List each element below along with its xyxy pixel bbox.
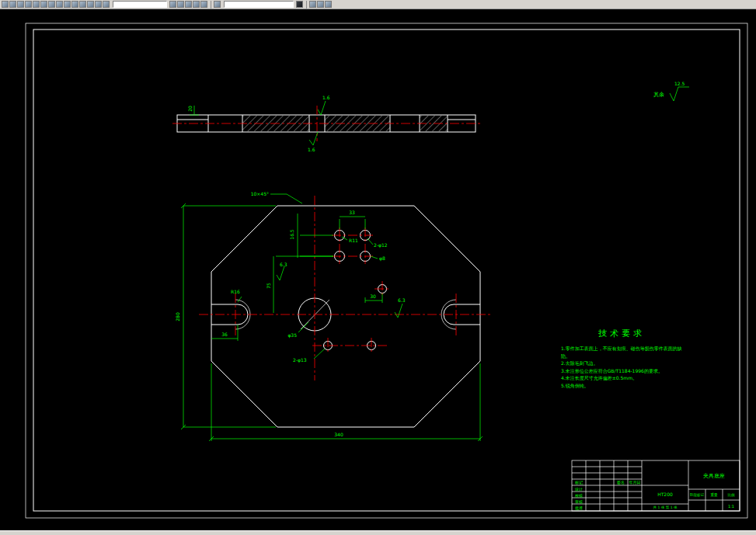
title-block: 标记 签名 年月日 设计 校核 审核 批准 HT200 共 1 张 第 1 张 … (572, 460, 740, 511)
style-combo[interactable] (224, 1, 294, 8)
open-icon[interactable] (9, 1, 16, 8)
tb-sheet-info: 共 1 张 第 1 张 (653, 505, 678, 509)
linetype-icon[interactable] (193, 1, 200, 8)
holes-note: 2-φ13 (293, 357, 307, 363)
dim-label: 340 (334, 432, 343, 437)
new-icon[interactable] (2, 1, 9, 8)
help-icon[interactable] (309, 1, 316, 8)
print-icon[interactable] (25, 1, 32, 8)
title-block-grid (572, 460, 740, 511)
toolbar-separator-2 (306, 1, 307, 9)
tb-label-mark: 标记 (574, 480, 583, 485)
radius-note: R11 (349, 238, 358, 243)
roughness-symbol-icon (670, 87, 689, 101)
dim-label: 75 (266, 283, 271, 289)
undo-icon[interactable] (79, 1, 86, 8)
roughness-value: 12.5 (674, 81, 685, 86)
tb-label-approve: 批准 (575, 505, 583, 511)
center-dia-label: φ35 (287, 332, 297, 339)
section-view: 20 1.6 1.6 (172, 95, 480, 152)
roughness-prefix: 其余 (653, 92, 664, 98)
tech-req-line: 4.未注长度尺寸允许偏差±0.5mm。 (561, 375, 637, 381)
tb-material: HT200 (657, 492, 673, 497)
copy-icon[interactable] (56, 1, 63, 8)
dim-label: 36 (221, 332, 228, 337)
tb-label-check: 校核 (574, 493, 583, 498)
tech-req-line: 2.去除毛刺飞边。 (561, 360, 598, 367)
about-icon[interactable] (325, 1, 332, 8)
hole-note: φ8 (379, 255, 385, 262)
spell-icon[interactable] (40, 1, 47, 8)
drawing-canvas[interactable]: 20 1.6 1.6 10×45° 280 340 36 16.5 33 R11 (0, 9, 756, 530)
match-properties-icon[interactable] (71, 1, 78, 8)
radius-note: R16 (231, 289, 240, 294)
roughness-label: 6.3 (280, 262, 287, 267)
settings-icon[interactable] (317, 1, 324, 8)
layer-icon[interactable] (169, 1, 176, 8)
tb-label-design: 设计 (574, 487, 583, 492)
tb-label-scale: 比例 (728, 493, 736, 498)
zoom-icon[interactable] (103, 1, 110, 8)
layer-state-icon[interactable] (177, 1, 184, 8)
tb-label-weight: 重量 (711, 492, 719, 497)
tb-label-audit: 审核 (575, 499, 583, 504)
tb-scale-value: 1:1 (728, 504, 734, 509)
section-centerlines (172, 106, 480, 141)
dim-label: 280 (175, 312, 180, 321)
status-bar (0, 530, 756, 535)
tech-req-line: 5.锐角倒钝。 (561, 383, 589, 389)
properties-icon[interactable] (214, 1, 221, 8)
model-space-icon[interactable] (296, 1, 303, 8)
tb-label-stage: 阶段标记 (690, 492, 705, 498)
tech-req-line: 1.零件加工表面上，不应有划痕、碰伤等损伤零件表面的缺 (561, 346, 682, 352)
paste-icon[interactable] (64, 1, 71, 8)
pan-icon[interactable] (95, 1, 102, 8)
tech-req-line: 陷。 (561, 353, 570, 360)
roughness-label: 1.6 (308, 147, 315, 152)
technical-requirements: 技术要求 1.零件加工表面上，不应有划痕、碰伤等损伤零件表面的缺 陷。 2.去除… (561, 328, 682, 389)
lineweight-icon[interactable] (200, 1, 207, 8)
plan-centerlines (199, 196, 493, 380)
layer-combo[interactable] (113, 1, 167, 8)
tb-label-sign: 签名 (617, 480, 625, 485)
tech-req-line: 3.未注形位公差应符合GB/T1184-1996的要求。 (561, 368, 663, 374)
cut-icon[interactable] (48, 1, 55, 8)
holes-note: 2-φ12 (374, 242, 388, 248)
cad-drawing[interactable]: 20 1.6 1.6 10×45° 280 340 36 16.5 33 R11 (0, 9, 756, 530)
toolbar (0, 0, 756, 9)
tb-label-date: 年月日 (629, 480, 641, 485)
tech-req-title: 技术要求 (598, 328, 645, 339)
dim-label: 33 (349, 210, 355, 215)
roughness-label: 6.3 (398, 297, 406, 303)
chamfer-note: 10×45° (251, 191, 269, 196)
plan-view: 10×45° 280 340 36 16.5 33 R11 2-φ12 φ8 7… (175, 191, 493, 441)
toolbar-separator (211, 1, 211, 9)
preview-icon[interactable] (33, 1, 40, 8)
dim-label: 16.5 (289, 229, 294, 240)
general-roughness-note: 其余 12.5 (653, 81, 689, 101)
dim-label: 30 (370, 294, 376, 299)
color-icon[interactable] (185, 1, 192, 8)
redo-icon[interactable] (87, 1, 94, 8)
tb-part-name: 夹具底座 (703, 473, 725, 479)
dim-label: 20 (187, 106, 193, 112)
sheet-frame (26, 23, 747, 518)
save-icon[interactable] (17, 1, 24, 8)
roughness-label: 1.6 (322, 95, 330, 100)
